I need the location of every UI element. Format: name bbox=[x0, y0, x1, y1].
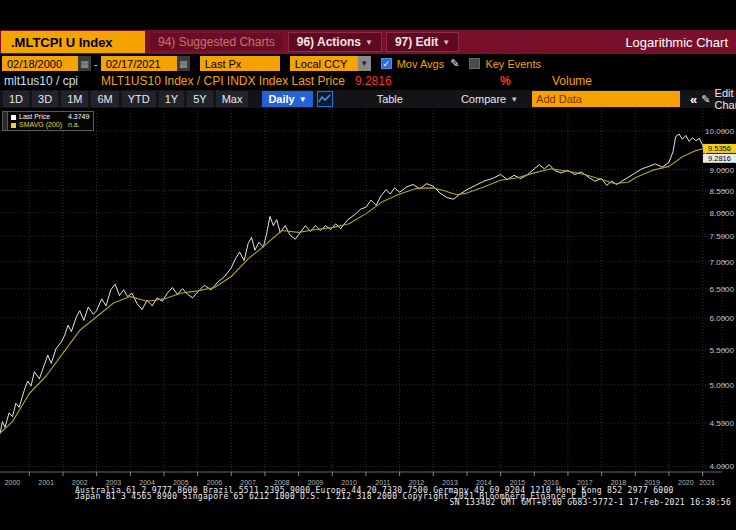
x-axis-year-label: 2009 bbox=[308, 479, 324, 486]
x-axis-year-label: 2018 bbox=[611, 479, 627, 486]
pencil-icon[interactable]: ✎ bbox=[450, 57, 459, 70]
legend-item-smavg: SMAVG (200) n.a. bbox=[11, 121, 89, 129]
x-axis-year-label: 2014 bbox=[476, 479, 492, 486]
period-button-1d[interactable]: 1D bbox=[3, 91, 29, 107]
title-bar: .MLTCPI U Index 94) Suggested Charts 96)… bbox=[0, 30, 736, 54]
table-button[interactable]: Table bbox=[371, 91, 409, 107]
x-axis-year-label: 2006 bbox=[207, 479, 223, 486]
x-axis-year-label: 2005 bbox=[173, 479, 189, 486]
date-range-separator: - bbox=[94, 58, 98, 70]
x-axis-year-label: 2020 bbox=[678, 479, 694, 486]
range-settings-bar: 02/18/2000 ▦ - 02/17/2021 ▦ Last Px Loca… bbox=[0, 55, 736, 72]
price-type-select[interactable]: Last Px bbox=[200, 56, 280, 71]
period-button-1m[interactable]: 1M bbox=[61, 91, 88, 107]
security-description: MLT1US10 Index / CPI INDX Index Last Pri… bbox=[101, 74, 345, 88]
chart-toolbar: 1D 3D 1M 6M YTD 1Y 5Y Max Daily ▼ Table … bbox=[0, 90, 736, 108]
x-axis-year-label: 2008 bbox=[274, 479, 290, 486]
period-button-1y[interactable]: 1Y bbox=[159, 91, 184, 107]
calendar-icon[interactable]: ▦ bbox=[78, 56, 91, 71]
footer-session-line: SN 133402 GMT GMT+0:00 G683-5772-1 17-Fe… bbox=[450, 498, 731, 507]
chevron-down-icon: ▼ bbox=[442, 38, 450, 47]
period-button-ytd[interactable]: YTD bbox=[122, 91, 156, 107]
smavg-axis-badge-value: 9.5356 bbox=[708, 144, 731, 153]
x-axis-year-label: 2019 bbox=[644, 479, 660, 486]
chevron-down-icon[interactable]: ▼ bbox=[358, 56, 371, 71]
last-price-value: 9.2816 bbox=[355, 74, 392, 88]
x-axis-year-label: 2002 bbox=[72, 479, 88, 486]
bloomberg-terminal-window: .MLTCPI U Index 94) Suggested Charts 96)… bbox=[0, 0, 736, 530]
x-axis-year-label: 2004 bbox=[139, 479, 155, 486]
x-axis-year-label: 2016 bbox=[543, 479, 559, 486]
y-axis-label: 7.5000 bbox=[710, 232, 735, 241]
legend-label: Last Price bbox=[19, 113, 65, 121]
period-button-5y[interactable]: 5Y bbox=[187, 91, 212, 107]
legend-item-last-price: Last Price 4.3749 bbox=[11, 113, 89, 121]
x-axis-year-label: 2017 bbox=[577, 479, 593, 486]
x-axis-year-label: 2015 bbox=[510, 479, 526, 486]
period-button-3d[interactable]: 3D bbox=[32, 91, 58, 107]
pencil-icon: ✎ bbox=[701, 93, 710, 106]
actions-button[interactable]: 96) Actions ▼ bbox=[288, 32, 382, 52]
check-icon: ✓ bbox=[382, 59, 390, 69]
chevron-down-icon: ▼ bbox=[365, 38, 373, 47]
x-axis-year-label: 2011 bbox=[375, 479, 390, 486]
add-data-input[interactable] bbox=[532, 91, 680, 107]
y-axis-label: 6.5000 bbox=[710, 285, 735, 294]
start-date-input[interactable]: 02/18/2000 bbox=[2, 56, 78, 71]
security-ticker[interactable]: .MLTCPI U Index bbox=[1, 31, 145, 53]
x-axis-year-label: 2001 bbox=[38, 479, 54, 486]
y-axis-label: 4.0000 bbox=[710, 462, 735, 471]
currency-select[interactable]: Local CCY bbox=[290, 56, 358, 71]
x-axis-year-label: 2010 bbox=[341, 479, 357, 486]
chevron-down-icon: ▼ bbox=[299, 95, 307, 104]
edit-button[interactable]: 97) Edit ▼ bbox=[386, 32, 459, 52]
frequency-select[interactable]: Daily ▼ bbox=[262, 91, 312, 107]
period-button-6m[interactable]: 6M bbox=[91, 91, 118, 107]
x-axis-year-label: 2012 bbox=[409, 479, 425, 486]
security-info-bar: mlt1us10 / cpi MLT1US10 Index / CPI INDX… bbox=[0, 72, 736, 90]
actions-label: 96) Actions bbox=[297, 35, 361, 49]
price-chart-svg[interactable]: 4.00004.50005.00005.50006.00006.50007.00… bbox=[0, 108, 736, 530]
frequency-label: Daily bbox=[268, 93, 294, 105]
legend-value: 4.3749 bbox=[68, 113, 89, 121]
mov-avgs-checkbox[interactable]: ✓ bbox=[381, 58, 392, 69]
x-axis-year-label: 2013 bbox=[442, 479, 458, 486]
volume-header[interactable]: Volume bbox=[552, 74, 592, 88]
y-axis-label: 10.0000 bbox=[705, 127, 734, 136]
collapse-icon[interactable]: « bbox=[690, 92, 697, 107]
page-title: Logarithmic Chart bbox=[625, 35, 728, 50]
y-axis-label: 5.5000 bbox=[710, 346, 735, 355]
y-axis-label: 9.0000 bbox=[710, 166, 735, 175]
edit-label: 97) Edit bbox=[395, 35, 438, 49]
legend-label: SMAVG (200) bbox=[19, 121, 65, 129]
x-axis-year-label: 2007 bbox=[240, 479, 256, 486]
chart-legend[interactable]: Last Price 4.3749 SMAVG (200) n.a. bbox=[2, 111, 94, 131]
suggested-charts-button[interactable]: 94) Suggested Charts bbox=[149, 32, 284, 52]
y-axis-label: 8.5000 bbox=[710, 187, 735, 196]
mov-avgs-label: Mov Avgs bbox=[397, 58, 445, 70]
chart-area[interactable]: 4.00004.50005.00005.50006.00006.50007.00… bbox=[0, 108, 736, 530]
key-events-checkbox[interactable] bbox=[469, 58, 480, 69]
compare-label: Compare bbox=[461, 93, 506, 105]
smavg-swatch bbox=[11, 123, 16, 128]
percent-header[interactable]: % bbox=[500, 74, 511, 88]
legend-value: n.a. bbox=[68, 121, 80, 129]
command-text: mlt1us10 / cpi bbox=[4, 74, 101, 88]
last-price-swatch bbox=[11, 115, 16, 120]
chevron-down-icon: ▼ bbox=[510, 95, 518, 104]
period-button-max[interactable]: Max bbox=[216, 91, 249, 107]
last-price-axis-badge-value: 9.2816 bbox=[708, 154, 731, 163]
line-chart-icon[interactable] bbox=[317, 91, 333, 107]
compare-button[interactable]: Compare ▼ bbox=[455, 91, 524, 107]
end-date-input[interactable]: 02/17/2021 bbox=[101, 56, 177, 71]
x-axis-year-label: 2000 bbox=[5, 479, 21, 486]
calendar-icon[interactable]: ▦ bbox=[177, 56, 190, 71]
smavg-line bbox=[0, 148, 707, 433]
key-events-label: Key Events bbox=[485, 58, 541, 70]
x-axis-year-label: 2021 bbox=[699, 479, 715, 486]
x-axis-year-label: 2003 bbox=[106, 479, 122, 486]
